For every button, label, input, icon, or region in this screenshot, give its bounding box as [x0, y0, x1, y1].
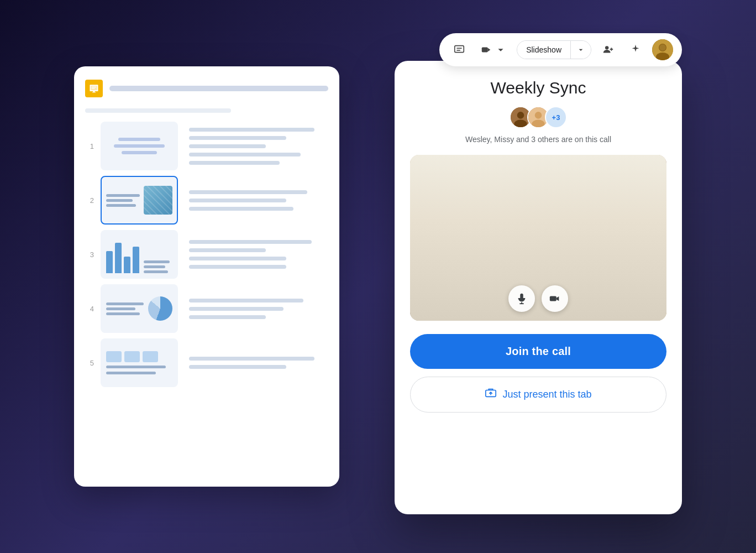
svg-point-18	[517, 112, 524, 119]
pie-chart	[148, 296, 172, 321]
slide-content-area	[185, 299, 328, 319]
slides-panel: 1 2	[74, 66, 339, 487]
participants-plus-badge: +3	[545, 106, 567, 128]
svg-rect-9	[482, 47, 488, 52]
svg-rect-6	[455, 46, 464, 53]
comment-button[interactable]	[448, 39, 470, 61]
svg-point-16	[659, 44, 666, 51]
list-item[interactable]: 5	[85, 338, 328, 387]
slide-thumbnail[interactable]	[101, 338, 178, 387]
slide-thumbnail[interactable]	[101, 122, 178, 170]
slideshow-button-group: Slideshow	[517, 40, 591, 59]
video-preview	[410, 155, 666, 321]
camera-button[interactable]	[476, 39, 511, 61]
microphone-button[interactable]	[508, 285, 535, 312]
slide-number: 2	[85, 196, 94, 205]
slide-content-area	[185, 240, 328, 269]
slides-subtitle-bar	[85, 108, 231, 113]
svg-point-19	[514, 120, 527, 129]
svg-point-21	[535, 112, 542, 119]
slides-header	[85, 80, 328, 97]
present-tab-icon	[485, 387, 497, 402]
svg-rect-5	[92, 92, 96, 93]
video-controls	[508, 285, 568, 312]
add-person-button[interactable]	[597, 39, 619, 61]
meeting-title: Weekly Sync	[491, 79, 586, 97]
list-item[interactable]: 4	[85, 284, 328, 333]
svg-rect-1	[91, 86, 97, 90]
participants-row: +3	[510, 106, 567, 128]
svg-rect-3	[92, 88, 95, 88]
toolbar: Slideshow	[439, 33, 682, 66]
slide-number: 1	[85, 142, 94, 150]
slide-number: 3	[85, 251, 94, 259]
svg-rect-57	[550, 296, 556, 301]
present-tab-label: Just present this tab	[502, 389, 591, 400]
list-item[interactable]: 2	[85, 176, 328, 225]
slide-thumbnail[interactable]	[101, 230, 178, 279]
participants-label: Wesley, Missy and 3 others are on this c…	[465, 135, 611, 144]
slide-number: 4	[85, 305, 94, 313]
svg-point-22	[532, 120, 544, 129]
bar-chart	[106, 243, 139, 273]
avatar-image	[652, 39, 673, 60]
slides-app-icon	[85, 80, 103, 97]
slides-title-bar	[109, 86, 328, 91]
camera-toggle-button[interactable]	[542, 285, 568, 312]
present-tab-button[interactable]: Just present this tab	[410, 377, 666, 413]
slideshow-main-button[interactable]: Slideshow	[517, 41, 570, 59]
join-call-button[interactable]: Join the call	[410, 334, 666, 369]
scene: 1 2	[74, 33, 682, 520]
slide-thumbnail[interactable]	[101, 284, 178, 333]
list-item[interactable]: 1	[85, 122, 328, 170]
slide-content-area	[185, 190, 328, 211]
svg-rect-4	[93, 91, 95, 92]
ai-spark-button[interactable]	[624, 39, 647, 61]
slide-content-area	[185, 128, 328, 165]
svg-point-10	[605, 46, 608, 49]
slide-content-area	[185, 357, 328, 369]
list-item[interactable]: 3	[85, 230, 328, 279]
slide-thumbnail-selected[interactable]	[101, 176, 178, 225]
slide-number: 5	[85, 359, 94, 367]
user-avatar[interactable]	[652, 39, 673, 60]
slideshow-dropdown-button[interactable]	[570, 41, 591, 59]
meet-panel: Weekly Sync	[395, 61, 682, 514]
svg-rect-2	[92, 87, 96, 87]
slide-list: 1 2	[85, 122, 328, 387]
